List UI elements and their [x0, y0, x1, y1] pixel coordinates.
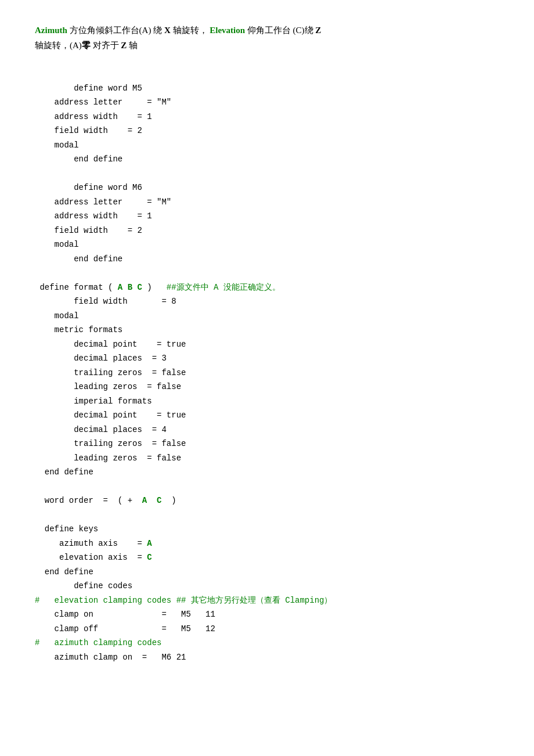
intro-text-3: 仰角工作台 (C)绕 [247, 26, 316, 35]
code-line-metric: metric formats [35, 325, 122, 334]
code-line-11: modal [35, 240, 79, 249]
code-line-azclamon: azimuth clamp on = M6 21 [35, 653, 186, 662]
code-line-3: address width = 1 [35, 112, 152, 121]
code-line-defcodes: define codes [35, 581, 132, 591]
code-line-wordorder: word order = ( + A C ) [35, 496, 176, 505]
azimuth-label: Azimuth [35, 26, 67, 35]
code-line-defkeys: define keys [35, 524, 98, 534]
intro-text-6: 轴 [127, 41, 138, 50]
code-line-clampon: clamp on = M5 11 [35, 610, 215, 619]
intro-paragraph: Azimuth 方位角倾斜工作台(A) 绕 X 轴旋转， Elevation 仰… [35, 23, 499, 53]
zero-char: 零 [82, 41, 91, 50]
code-line-1: define word M5 [35, 84, 142, 93]
code-line-dpl2: decimal places = 4 [35, 425, 167, 434]
intro-text-4: 轴旋转，(A) [35, 41, 82, 50]
z-axis-label-1: Z [315, 26, 321, 35]
code-line-8: address letter = "M" [35, 197, 171, 207]
code-line-endkeys: end define [35, 567, 93, 577]
code-line-elaxis: elevation axis = C [35, 553, 152, 562]
code-line-9: address width = 1 [35, 211, 152, 221]
code-line-azclamp-comment: # azimuth clamping codes [35, 638, 161, 647]
code-line-dp2: decimal point = true [35, 411, 186, 420]
code-line-12: end define [35, 254, 122, 264]
code-line-format: define format ( A B C ) ##源文件中 A 没能正确定义。 [35, 283, 280, 292]
code-line-fw: field width = 8 [35, 297, 176, 306]
code-line-tz2: trailing zeros = false [35, 439, 186, 448]
code-line-dp1: decimal point = true [35, 340, 186, 349]
elevation-label: Elevation [210, 26, 245, 35]
x-axis-label: X [164, 26, 171, 35]
code-line-5: modal [35, 141, 79, 150]
code-line-imperial: imperial formats [35, 397, 152, 406]
code-line-lz1: leading zeros = false [35, 382, 181, 391]
intro-text-5: 对齐于 [91, 41, 121, 50]
z-axis-label-2: Z [121, 41, 127, 50]
intro-text-1: 方位角倾斜工作台(A) 绕 [70, 26, 164, 35]
code-line-azaxis: azimuth axis = A [35, 539, 152, 548]
code-line-2: address letter = "M" [35, 98, 171, 107]
code-line-tz1: trailing zeros = false [35, 368, 186, 377]
code-line-dpl1: decimal places = 3 [35, 354, 167, 363]
code-line-4: field width = 2 [35, 126, 142, 135]
code-line-endformat: end define [35, 467, 93, 477]
code-line-modal: modal [35, 311, 79, 321]
code-line-lz2: leading zeros = false [35, 453, 181, 463]
code-line-clampoff: clamp off = M5 12 [35, 624, 215, 633]
code-line-6: end define [35, 154, 122, 164]
code-section: define word M5 address letter = "M" addr… [35, 67, 499, 664]
code-line-7: define word M6 [35, 183, 142, 192]
code-line-elclamp-comment: # elevation clamping codes ## 其它地方另行处理（查… [35, 596, 332, 605]
intro-text-2: 轴旋转， [173, 26, 208, 35]
code-line-10: field width = 2 [35, 226, 142, 235]
